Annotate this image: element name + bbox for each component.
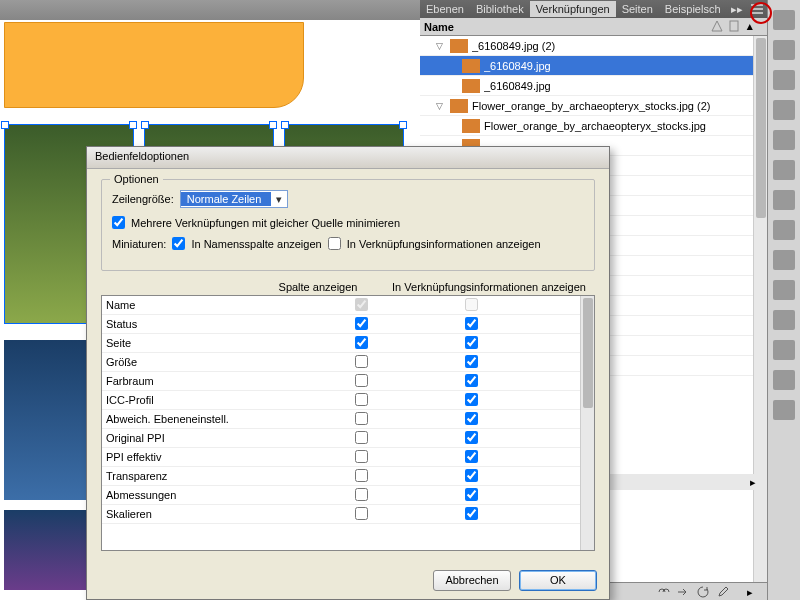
minimize-label: Mehrere Verknüpfungen mit gleicher Quell… bbox=[131, 217, 400, 229]
dock-icon[interactable] bbox=[773, 10, 795, 30]
relink-icon[interactable] bbox=[657, 586, 671, 598]
show-info-checkbox[interactable] bbox=[465, 374, 478, 387]
option-name: Skalieren bbox=[106, 508, 306, 520]
show-info-checkbox[interactable] bbox=[465, 469, 478, 482]
show-column-checkbox[interactable] bbox=[355, 374, 368, 387]
show-info-checkbox[interactable] bbox=[465, 431, 478, 444]
thumbs-info-label: In Verknüpfungsinformationen anzeigen bbox=[347, 238, 541, 250]
link-row[interactable]: ▽_6160849.jpg (2) bbox=[420, 36, 767, 56]
link-row[interactable]: Flower_orange_by_archaeopteryx_stocks.jp… bbox=[420, 116, 767, 136]
show-column-checkbox[interactable] bbox=[355, 412, 368, 425]
thumbs-info-checkbox[interactable] bbox=[328, 237, 341, 250]
show-column-checkbox[interactable] bbox=[355, 355, 368, 368]
update-link-icon[interactable] bbox=[697, 586, 711, 598]
show-info-checkbox[interactable] bbox=[465, 336, 478, 349]
dock-icon[interactable] bbox=[773, 250, 795, 270]
dock-icon[interactable] bbox=[773, 190, 795, 210]
tab-beispielsch[interactable]: Beispielsch bbox=[659, 1, 727, 17]
vertical-scrollbar[interactable] bbox=[753, 36, 767, 582]
tab-ebenen[interactable]: Ebenen bbox=[420, 1, 470, 17]
show-column-checkbox[interactable] bbox=[355, 507, 368, 520]
page-col-icon[interactable] bbox=[729, 20, 745, 34]
link-name: Flower_orange_by_archaeopteryx_stocks.jp… bbox=[472, 100, 749, 112]
show-info-checkbox[interactable] bbox=[465, 450, 478, 463]
link-thumbnail bbox=[450, 39, 468, 53]
option-row: Abmessungen bbox=[102, 486, 594, 505]
header-show-info: In Verknüpfungsinformationen anzeigen bbox=[383, 281, 595, 293]
dock-icon[interactable] bbox=[773, 130, 795, 150]
show-column-checkbox[interactable] bbox=[355, 298, 368, 311]
tab-verknuepfungen[interactable]: Verknüpfungen bbox=[530, 1, 616, 17]
panel-menu-icon[interactable] bbox=[750, 2, 764, 16]
link-name: _6160849.jpg bbox=[484, 80, 749, 92]
ok-button[interactable]: OK bbox=[519, 570, 597, 591]
scroll-thumb[interactable] bbox=[756, 38, 766, 218]
link-row[interactable]: _6160849.jpg7 bbox=[420, 76, 767, 96]
vertical-scrollbar[interactable] bbox=[580, 296, 594, 550]
row-size-label: Zeilengröße: bbox=[112, 193, 174, 205]
tab-seiten[interactable]: Seiten bbox=[616, 1, 659, 17]
dropdown-arrow-icon: ▾ bbox=[271, 193, 287, 206]
option-headers: Spalte anzeigen In Verknüpfungsinformati… bbox=[101, 279, 595, 295]
minimize-checkbox[interactable] bbox=[112, 216, 125, 229]
option-row: Größe bbox=[102, 353, 594, 372]
show-column-checkbox[interactable] bbox=[355, 336, 368, 349]
expand-icon[interactable]: ▸ bbox=[747, 586, 761, 598]
tabs-overflow-icon[interactable]: ▸▸ bbox=[727, 3, 747, 16]
thumbs-name-checkbox[interactable] bbox=[172, 237, 185, 250]
option-row: Abweich. Ebeneneinstell. bbox=[102, 410, 594, 429]
dock-icon[interactable] bbox=[773, 160, 795, 180]
show-info-checkbox[interactable] bbox=[465, 317, 478, 330]
link-thumbnail bbox=[462, 119, 480, 133]
option-row: Farbraum bbox=[102, 372, 594, 391]
show-info-checkbox[interactable] bbox=[465, 355, 478, 368]
option-name: Seite bbox=[106, 337, 306, 349]
status-col-icon[interactable] bbox=[711, 20, 727, 34]
show-column-checkbox[interactable] bbox=[355, 393, 368, 406]
link-name: Flower_orange_by_archaeopteryx_stocks.jp… bbox=[484, 120, 749, 132]
panel-dock bbox=[768, 0, 801, 600]
link-row[interactable]: _6160849.jpg3 bbox=[420, 56, 767, 76]
col-name[interactable]: Name bbox=[424, 21, 709, 33]
svg-rect-0 bbox=[730, 21, 738, 31]
edit-original-icon[interactable] bbox=[717, 586, 731, 598]
link-thumbnail bbox=[450, 99, 468, 113]
dock-icon[interactable] bbox=[773, 340, 795, 360]
placed-image[interactable] bbox=[4, 510, 94, 590]
show-column-checkbox[interactable] bbox=[355, 450, 368, 463]
show-info-checkbox[interactable] bbox=[465, 488, 478, 501]
scroll-thumb[interactable] bbox=[583, 298, 593, 408]
dialog-title: Bedienfeldoptionen bbox=[87, 147, 609, 169]
tab-bibliothek[interactable]: Bibliothek bbox=[470, 1, 530, 17]
disclosure-icon[interactable]: ▽ bbox=[436, 41, 446, 51]
disclosure-icon[interactable]: ▽ bbox=[436, 101, 446, 111]
cancel-button[interactable]: Abbrechen bbox=[433, 570, 511, 591]
dock-icon[interactable] bbox=[773, 70, 795, 90]
option-name: Größe bbox=[106, 356, 306, 368]
row-size-select[interactable]: Normale Zeilen ▾ bbox=[180, 190, 288, 208]
orange-frame[interactable] bbox=[4, 22, 304, 108]
scroll-right-icon[interactable]: ▸ bbox=[746, 476, 760, 489]
show-column-checkbox[interactable] bbox=[355, 317, 368, 330]
dock-icon[interactable] bbox=[773, 280, 795, 300]
options-list[interactable]: NameStatusSeiteGrößeFarbraumICC-ProfilAb… bbox=[101, 295, 595, 551]
dock-icon[interactable] bbox=[773, 100, 795, 120]
option-name: Original PPI bbox=[106, 432, 306, 444]
show-info-checkbox[interactable] bbox=[465, 393, 478, 406]
sort-icon[interactable]: ▴ bbox=[747, 20, 763, 34]
dock-icon[interactable] bbox=[773, 400, 795, 420]
show-info-checkbox[interactable] bbox=[465, 507, 478, 520]
dock-icon[interactable] bbox=[773, 40, 795, 60]
show-column-checkbox[interactable] bbox=[355, 431, 368, 444]
dock-icon[interactable] bbox=[773, 220, 795, 240]
dock-icon[interactable] bbox=[773, 310, 795, 330]
placed-image[interactable] bbox=[4, 340, 94, 500]
option-row: Status bbox=[102, 315, 594, 334]
show-column-checkbox[interactable] bbox=[355, 488, 368, 501]
show-info-checkbox[interactable] bbox=[465, 412, 478, 425]
dock-icon[interactable] bbox=[773, 370, 795, 390]
goto-link-icon[interactable] bbox=[677, 586, 691, 598]
show-column-checkbox[interactable] bbox=[355, 469, 368, 482]
show-info-checkbox[interactable] bbox=[465, 298, 478, 311]
link-row[interactable]: ▽Flower_orange_by_archaeopteryx_stocks.j… bbox=[420, 96, 767, 116]
